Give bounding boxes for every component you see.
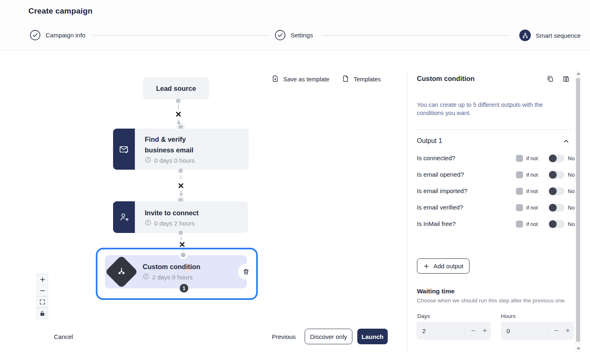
- copy-icon: [546, 75, 554, 83]
- condition-toggle[interactable]: [549, 171, 565, 179]
- chevron-up-icon: [562, 138, 570, 145]
- condition-row: Is InMail free? if not No: [417, 219, 574, 229]
- connector-dashed-line: [180, 175, 181, 180]
- hours-label: Hours: [501, 313, 516, 319]
- page-title: Create campaign: [28, 7, 93, 16]
- sitemap-icon: [519, 30, 531, 41]
- scrollbar-up-arrow[interactable]: [576, 72, 581, 75]
- if-not-checkbox[interactable]: [516, 204, 523, 211]
- condition-row: Is email verified? if not No: [417, 203, 574, 213]
- if-not-checkbox[interactable]: [516, 221, 523, 228]
- panel-description: You can create up to 5 different outputs…: [417, 101, 557, 117]
- if-not-checkbox[interactable]: [516, 188, 523, 195]
- if-not-checkbox[interactable]: [516, 171, 523, 178]
- hours-field: − +: [501, 322, 574, 340]
- person-plus-icon: [113, 201, 135, 233]
- step-campaign-info[interactable]: Campaign info: [30, 30, 86, 41]
- connector-dot: [178, 230, 183, 235]
- node-lead-source[interactable]: Lead source: [143, 77, 209, 99]
- cancel-button[interactable]: Cancel: [54, 333, 73, 340]
- if-not-label: if not: [526, 188, 538, 194]
- node-find-verify-email[interactable]: Find & verify business email 0 days 0 ho…: [113, 129, 249, 170]
- save-step-button[interactable]: [562, 75, 570, 83]
- condition-toggle[interactable]: [549, 204, 565, 212]
- header: Create campaign Campaign info Settings: [0, 0, 590, 51]
- delete-node-button[interactable]: [238, 264, 254, 279]
- node-invite-to-connect[interactable]: Invite to connect 0 days 2 hours: [113, 201, 248, 233]
- fit-view-button[interactable]: [37, 296, 48, 308]
- duplicate-step-button[interactable]: [546, 75, 554, 83]
- hours-increment-button[interactable]: +: [562, 322, 574, 340]
- days-input[interactable]: [416, 322, 462, 340]
- condition-label: Is email verified?: [417, 204, 463, 211]
- condition-toggle[interactable]: [549, 154, 565, 162]
- condition-row: Is connected? if not No: [417, 154, 574, 164]
- toggle-knob: [549, 220, 557, 228]
- clock-icon: [145, 157, 151, 164]
- create-campaign-page: Create campaign Campaign info Settings: [0, 0, 590, 364]
- clock-icon: [145, 219, 151, 227]
- toggle-value-label: No: [568, 155, 575, 161]
- toggle-knob: [549, 187, 557, 195]
- scrollbar-down-arrow[interactable]: [576, 348, 581, 350]
- node-title: Custom condition: [143, 261, 200, 272]
- days-field: − +: [416, 322, 491, 340]
- remove-connector-icon[interactable]: [178, 183, 184, 189]
- if-not-label: if not: [526, 155, 538, 161]
- waiting-time-subtitle: Choose when we should run this step afte…: [417, 297, 566, 304]
- fullscreen-icon: [39, 299, 46, 305]
- node-title: Invite to connect: [145, 207, 199, 218]
- node-title: Find & verify business email: [145, 134, 206, 155]
- arrow-down-icon: [179, 190, 183, 195]
- save-as-template-label: Save as template: [283, 76, 329, 83]
- save-as-template-button[interactable]: Save as template: [271, 75, 329, 84]
- file-icon: [342, 75, 349, 84]
- step-smart-sequence[interactable]: Smart sequence: [519, 30, 581, 41]
- arrow-down-icon: [176, 119, 181, 124]
- templates-button[interactable]: Templates: [342, 75, 381, 84]
- trash-icon: [242, 268, 250, 276]
- panel-divider: [407, 70, 407, 352]
- node-wait-label: 0 days 2 hours: [154, 220, 194, 227]
- scrollbar-thumb[interactable]: [576, 78, 580, 342]
- toggle-value-label: No: [568, 221, 575, 227]
- check-circle-icon: [275, 30, 286, 41]
- days-decrement-button[interactable]: −: [467, 322, 479, 340]
- condition-label: Is connected?: [417, 154, 455, 161]
- remove-connector-icon[interactable]: [179, 242, 185, 247]
- step-settings[interactable]: Settings: [275, 30, 313, 41]
- zoom-out-button[interactable]: [37, 285, 48, 296]
- launch-button[interactable]: Launch: [357, 329, 388, 344]
- file-plus-icon: [271, 75, 279, 84]
- divider: [548, 326, 548, 336]
- plus-icon: [39, 276, 46, 283]
- condition-toggle[interactable]: [549, 187, 565, 195]
- previous-button[interactable]: Previous: [272, 333, 296, 340]
- remove-connector-icon[interactable]: [176, 111, 181, 117]
- toggle-knob: [549, 171, 557, 179]
- days-label: Days: [417, 313, 430, 319]
- lock-icon: [39, 310, 46, 317]
- waiting-time-title: Waiting time: [417, 288, 455, 295]
- divider: [465, 326, 465, 336]
- hours-decrement-button[interactable]: −: [551, 322, 562, 340]
- add-output-button[interactable]: Add output: [417, 258, 470, 274]
- step-label: Campaign info: [46, 32, 86, 39]
- step-connector-line: [93, 35, 269, 36]
- collapse-output-button[interactable]: [562, 138, 570, 145]
- days-increment-button[interactable]: +: [479, 322, 491, 340]
- lock-button[interactable]: [37, 308, 48, 319]
- toggle-knob: [549, 154, 557, 162]
- output-1-title: Output 1: [417, 137, 442, 145]
- hours-input[interactable]: [501, 322, 546, 340]
- plus-icon: [423, 263, 430, 270]
- condition-toggle[interactable]: [549, 220, 565, 228]
- if-not-checkbox[interactable]: [516, 155, 523, 162]
- node-wait-label: 2 days 0 hours: [152, 274, 192, 281]
- connector-dot: [176, 99, 180, 103]
- toggle-value-label: No: [568, 205, 575, 211]
- condition-label: Is email opened?: [417, 171, 464, 178]
- toggle-value-label: No: [568, 188, 575, 194]
- discover-only-button[interactable]: Discover only: [305, 329, 352, 344]
- zoom-in-button[interactable]: [37, 274, 48, 285]
